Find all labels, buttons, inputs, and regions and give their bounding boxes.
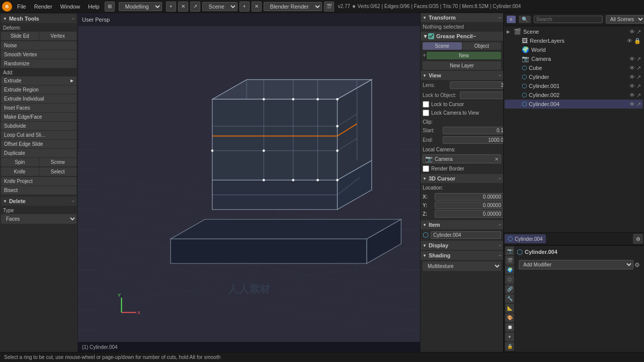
tree-item-cylinder004[interactable]: ⬡ Cylinder.004 👁 ↗ (505, 100, 643, 109)
cursor-header[interactable]: ▼ 3D Cursor − (421, 174, 503, 183)
render-border-checkbox[interactable] (423, 165, 429, 172)
prop-tab-physics[interactable]: 🔒 (505, 342, 514, 351)
vertex-button[interactable]: Vertex (39, 32, 77, 40)
grid-icon[interactable]: ⊞ (105, 2, 115, 12)
gp-object-button[interactable]: Object (462, 42, 502, 50)
shading-header[interactable]: ▼ Shading − (421, 251, 503, 260)
tree-item-camera[interactable]: 📷 Camera 👁 ↗ (505, 54, 643, 63)
scene-selector[interactable]: Scene (202, 2, 237, 11)
prop-tab-data[interactable]: 📐 (505, 304, 514, 313)
screw-button[interactable]: Screw (39, 158, 77, 166)
scene-x-icon[interactable]: ✕ (252, 2, 262, 12)
outliner-search-button[interactable]: 🔍 (519, 16, 531, 23)
outliner-view-button[interactable]: ≡ (507, 16, 516, 23)
shading-pin[interactable]: − (499, 253, 501, 258)
knife-project-button[interactable]: Knife Project (1, 177, 76, 186)
cyl001-eye-icon[interactable]: 👁 (629, 83, 635, 89)
rl-eye-icon[interactable]: 👁 (627, 38, 632, 44)
cursor-icon[interactable]: ↗ (190, 2, 200, 12)
prop-tab-materials[interactable]: 🎨 (505, 313, 514, 322)
scene-cursor-icon[interactable]: ↗ (636, 29, 641, 35)
tree-item-world[interactable]: 🌍 World (505, 45, 643, 54)
grease-pencil-header[interactable]: ▼ Grease Pencil − (421, 32, 503, 41)
prop-settings-icon[interactable]: ⚙ (633, 234, 643, 244)
cyl-cursor-icon[interactable]: ↗ (636, 74, 641, 80)
render-engine-selector[interactable]: Blender Render (264, 2, 322, 11)
prop-tab-constraints[interactable]: 🔗 (505, 285, 514, 294)
shading-selector[interactable]: Multitexture (423, 261, 501, 271)
z-field[interactable] (435, 210, 503, 218)
cam-cursor-icon[interactable]: ↗ (636, 56, 641, 62)
lock-cursor-checkbox[interactable] (423, 101, 429, 108)
clip-start-field[interactable] (443, 127, 503, 134)
item-pin[interactable]: − (499, 222, 501, 227)
tree-item-renderlayers[interactable]: 🖼 RenderLayers 👁 🔒 (505, 36, 643, 45)
cyl002-cursor-icon[interactable]: ↗ (636, 92, 641, 99)
make-edge-face-button[interactable]: Make Edge/Face (1, 113, 76, 121)
grease-pencil-checkbox[interactable] (428, 33, 434, 39)
spin-button[interactable]: Spin (1, 158, 39, 166)
scene-eye-icon[interactable]: 👁 (629, 29, 635, 35)
gp-scene-button[interactable]: Scene (423, 42, 462, 50)
lock-object-field[interactable] (460, 92, 503, 99)
x-icon[interactable]: ✕ (178, 2, 188, 12)
cam-x-button[interactable]: ✕ (495, 156, 499, 162)
cam-eye-icon[interactable]: 👁 (629, 56, 635, 62)
slide-edge-button[interactable]: Slide Ed (1, 32, 39, 40)
menu-render[interactable]: Render (31, 3, 55, 11)
cyl001-cursor-icon[interactable]: ↗ (636, 83, 641, 89)
item-header[interactable]: ▼ Item − (421, 220, 503, 229)
tree-item-cube[interactable]: ⬡ Cube 👁 ↗ (505, 63, 643, 72)
plus-icon[interactable]: + (166, 2, 176, 12)
transform-header[interactable]: ▼ Transform − (421, 13, 503, 22)
tree-item-cylinder[interactable]: ⬡ Cylinder 👁 ↗ (505, 72, 643, 81)
outliner-search-input[interactable] (534, 16, 603, 23)
grease-pencil-pin[interactable]: − (473, 33, 476, 39)
delete-pin[interactable]: − (72, 199, 74, 204)
menu-file[interactable]: File (14, 3, 29, 11)
transform-pin[interactable]: − (499, 15, 501, 20)
bisect-button[interactable]: Bisect (1, 186, 76, 195)
delete-header[interactable]: ▼ Delete − (1, 197, 76, 206)
tree-item-cylinder002[interactable]: ⬡ Cylinder.002 👁 ↗ (505, 90, 643, 100)
display-pin[interactable]: − (499, 243, 501, 248)
x-field[interactable] (435, 193, 503, 201)
gp-new-button[interactable]: New (427, 52, 501, 59)
randomize-button[interactable]: Randomize (1, 59, 76, 68)
tree-item-scene[interactable]: ▶ 🎬 Scene 👁 ↗ (505, 27, 643, 36)
cyl004-eye-icon[interactable]: 👁 (629, 101, 635, 108)
prop-tab-object[interactable]: ⬡ (505, 275, 514, 284)
prop-tab-particles[interactable]: ✦ (505, 332, 514, 341)
cyl002-eye-icon[interactable]: 👁 (629, 92, 635, 99)
mode-selector[interactable]: Modelling (119, 2, 162, 11)
scene-plus-icon[interactable]: + (239, 2, 250, 12)
select-button[interactable]: Select (39, 167, 77, 176)
gp-new-layer-button[interactable]: New Layer (423, 61, 501, 70)
mesh-tools-pin[interactable]: − (72, 16, 74, 21)
outliner-scene-selector[interactable]: All Scenes (606, 15, 644, 24)
rl-lock-icon[interactable]: 🔒 (634, 38, 641, 44)
clip-end-field[interactable] (443, 136, 503, 144)
offset-edge-slide-button[interactable]: Offset Edge Slide (1, 140, 76, 148)
extrude-region-button[interactable]: Extrude Region (1, 85, 76, 94)
knife-button[interactable]: Knife (1, 167, 39, 176)
add-modifier-settings-icon[interactable]: ⚙ (634, 261, 640, 268)
prop-tab-scene[interactable]: 🎬 (505, 256, 514, 265)
local-cam-field[interactable]: 📷 Camera ✕ (423, 154, 501, 163)
y-field[interactable] (435, 202, 503, 209)
menu-help[interactable]: Help (85, 3, 103, 11)
tree-item-cylinder001[interactable]: ⬡ Cylinder.001 👁 ↗ (505, 81, 643, 90)
mesh-tools-header[interactable]: ▼ Mesh Tools − (1, 14, 76, 23)
lens-field[interactable] (450, 81, 503, 89)
prop-tab-modifiers[interactable]: 🔧 (505, 294, 514, 303)
smooth-vertex-button[interactable]: Smooth Vertex (1, 50, 76, 59)
cube-eye-icon[interactable]: 👁 (629, 65, 635, 71)
subdivide-button[interactable]: Subdivide (1, 122, 76, 130)
render-icon[interactable]: 🎬 (324, 2, 334, 12)
prop-tab-world[interactable]: 🌍 (505, 265, 514, 275)
loop-cut-button[interactable]: Loop Cut and Sli... (1, 131, 76, 139)
extrude-dropdown[interactable]: Extrude ▶ (1, 76, 76, 85)
cyl-eye-icon[interactable]: 👁 (629, 74, 635, 80)
add-modifier-select[interactable]: Add Modifier (519, 260, 633, 269)
lock-camera-checkbox[interactable] (423, 110, 429, 116)
